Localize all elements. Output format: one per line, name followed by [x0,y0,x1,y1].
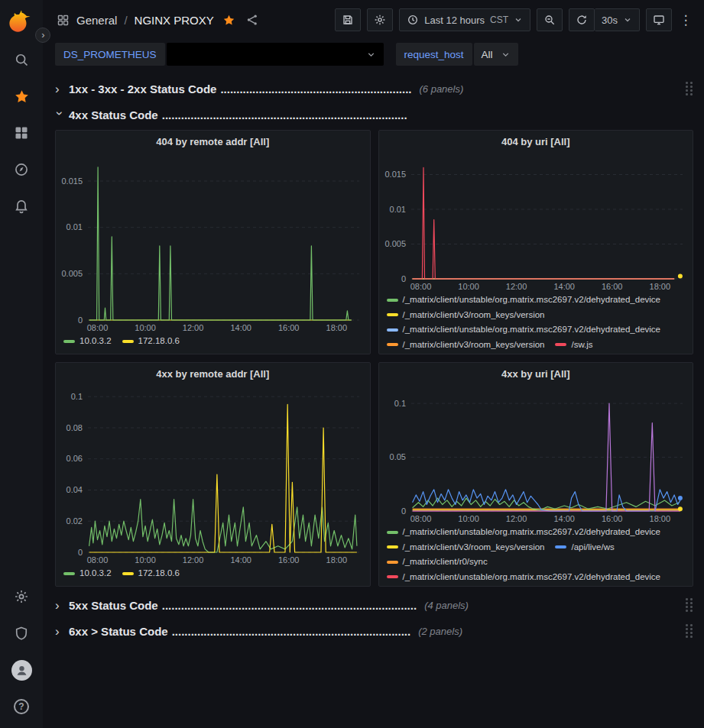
legend-item[interactable]: /_matrix/client/unstable/org.matrix.msc2… [387,571,661,584]
variable-select-request-host[interactable]: All [474,43,518,66]
legend-item[interactable]: 10.0.3.2 [63,568,112,580]
series-color-swatch [387,545,398,548]
save-dashboard-button[interactable] [335,8,361,31]
row-title-dots: ........................................… [162,108,407,121]
share-icon[interactable] [245,13,259,27]
chevron-right-icon: › [55,625,65,638]
chevron-down-icon: › [54,111,67,121]
breadcrumb-dashboard-title[interactable]: NGINX PROXY [135,14,214,27]
legend-item[interactable]: /_matrix/client/v3/room_keys/version [387,339,545,351]
row-panel-count: (6 panels) [419,83,463,95]
compass-icon [14,162,29,177]
chart-legend: /_matrix/client/unstable/org.matrix.msc2… [379,525,693,586]
legend-label: /_matrix/client/unstable/org.matrix.msc2… [403,571,661,584]
series-color-swatch [387,531,398,534]
svg-text:0: 0 [401,274,405,283]
favorite-star-icon[interactable] [222,14,235,27]
dashboard-settings-button[interactable] [367,8,393,31]
variable-select-ds-prometheus[interactable] [167,43,384,66]
svg-text:18:00: 18:00 [649,514,670,523]
svg-text:08:00: 08:00 [410,282,431,291]
svg-text:0.06: 0.06 [67,454,83,463]
legend-item[interactable]: 172.18.0.6 [122,568,180,580]
legend-item[interactable]: 172.18.0.6 [122,335,180,348]
chart-canvas[interactable]: 00.020.040.060.080.108:0010:0012:0014:00… [56,381,370,566]
series-color-swatch [63,340,75,343]
panel-title[interactable]: 404 by remote addr [All] [56,131,370,149]
series-color-swatch [122,572,134,575]
grafana-app: ? › General / NGINX PROXY Last 12 h [0,0,704,728]
chart-canvas[interactable]: 00.0050.010.01508:0010:0012:0014:0016:00… [56,149,370,334]
row-header-6xx[interactable]: › 6xx > Status Code ....................… [55,620,693,642]
chart-legend: 10.0.3.2172.18.0.6 [56,334,370,354]
sidebar-item-help[interactable]: ? [0,688,43,725]
svg-text:0: 0 [78,548,83,557]
sidebar-item-alerting[interactable] [0,188,43,225]
sidebar-item-server-admin[interactable] [0,615,43,652]
user-avatar[interactable] [0,652,43,688]
chart-canvas[interactable]: 00.050.108:0010:0012:0014:0016:0018:00 [379,381,693,525]
panel-title[interactable]: 4xx by uri [All] [379,363,693,381]
refresh-interval-picker[interactable]: 30s [595,8,640,31]
sidebar-expand-button[interactable]: › [35,28,50,43]
legend-item[interactable]: 10.0.3.2 [63,335,112,348]
refresh-button[interactable] [569,8,595,31]
svg-text:08:00: 08:00 [87,323,109,332]
row-header-4xx[interactable]: › 4xx Status Code ......................… [55,104,693,125]
row-panel-count: (2 panels) [418,626,462,637]
panel-title[interactable]: 4xx by remote addr [All] [56,363,370,381]
gear-icon [14,589,29,604]
drag-handle-icon[interactable] [684,598,693,612]
grafana-logo-icon[interactable] [8,8,34,34]
sidebar-item-starred[interactable] [0,78,43,115]
zoom-out-time-button[interactable] [537,8,563,31]
star-icon [14,89,30,105]
zoom-out-icon [543,14,556,26]
panel-title[interactable]: 404 by uri [All] [379,131,693,149]
tv-mode-button[interactable] [646,8,672,31]
chart-canvas[interactable]: 00.0050.010.01508:0010:0012:0014:0016:00… [379,149,693,293]
drag-handle-icon[interactable] [684,624,693,638]
more-options-kebab[interactable]: ⋮ [678,12,693,28]
dashboard-breadcrumb-icon [57,14,70,27]
svg-text:08:00: 08:00 [87,555,109,565]
legend-item[interactable]: /sw.js [555,339,592,351]
row-header-1xx-3xx-2xx[interactable]: › 1xx - 3xx - 2xx Status Code ..........… [55,78,693,99]
legend-label: /_matrix/client/v3/room_keys/version [403,339,545,351]
breadcrumb-section[interactable]: General [76,14,117,27]
drag-handle-icon[interactable] [684,82,693,95]
svg-text:16:00: 16:00 [278,555,300,565]
legend-item[interactable]: /_matrix/client/unstable/org.matrix.msc2… [387,324,661,336]
sidebar-item-search[interactable] [0,41,43,78]
dashboard-scroll-area: › 1xx - 3xx - 2xx Status Code ..........… [43,69,704,728]
sidebar-item-configuration[interactable] [0,578,43,615]
svg-text:0.04: 0.04 [67,485,83,494]
variable-label-ds-prometheus: DS_PROMETHEUS [55,43,165,66]
chevron-down-icon [623,15,632,24]
sidebar-item-explore[interactable] [0,151,43,188]
chart-svg: 00.0050.010.01508:0010:0012:0014:0016:00… [56,149,370,334]
time-range-label: Last 12 hours [424,15,485,26]
chart-svg: 00.050.108:0010:0012:0014:0016:0018:00 [379,381,693,525]
legend-item[interactable]: /_matrix/client/v3/room_keys/version [387,309,545,322]
row-header-5xx[interactable]: › 5xx Status Code ......................… [55,594,693,616]
chevron-right-icon: › [55,599,65,612]
legend-label: 10.0.3.2 [79,335,112,348]
panels-grid: 404 by remote addr [All]00.0050.010.0150… [55,130,693,587]
legend-item[interactable]: /_matrix/client/v3/room_keys/version [387,542,545,554]
legend-item[interactable]: /api/live/ws [555,542,614,554]
legend-label: /api/live/ws [571,542,614,554]
time-range-picker[interactable]: Last 12 hours CST [399,8,530,31]
svg-text:16:00: 16:00 [601,514,622,523]
legend-item[interactable]: /_matrix/client/r0/sync [387,556,488,568]
legend-item[interactable]: /_matrix/client/unstable/org.matrix.msc2… [387,526,661,539]
svg-text:10:00: 10:00 [135,555,156,565]
sidebar-item-dashboards[interactable] [0,115,43,151]
svg-text:16:00: 16:00 [278,323,300,332]
svg-text:0.005: 0.005 [61,269,83,278]
svg-text:0.005: 0.005 [384,239,406,248]
top-navbar: General / NGINX PROXY Last 12 hours CST [43,0,704,40]
svg-text:0.05: 0.05 [389,452,405,461]
variable-datasource: DS_PROMETHEUS [55,43,384,66]
legend-item[interactable]: /_matrix/client/unstable/org.matrix.msc2… [387,294,661,306]
